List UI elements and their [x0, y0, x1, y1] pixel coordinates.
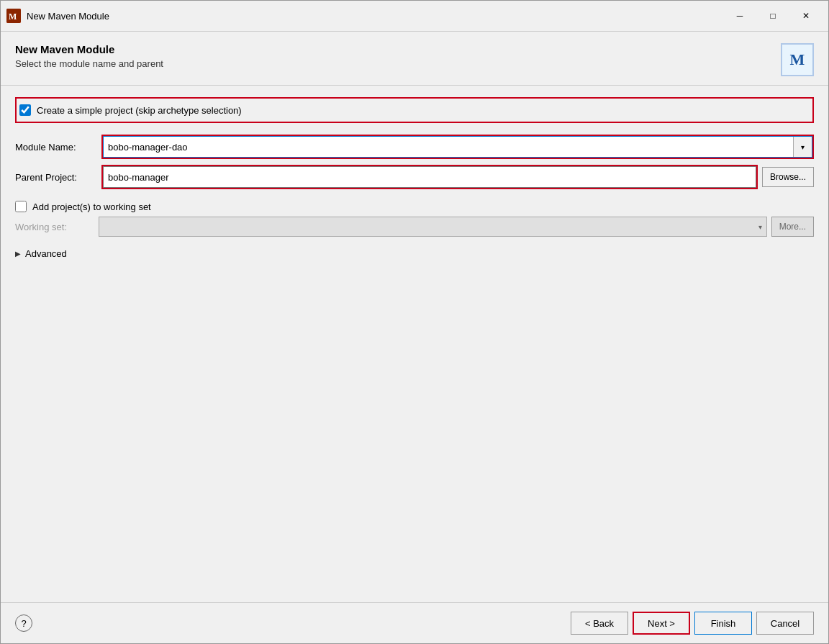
- dialog-header: New Maven Module Select the module name …: [1, 32, 828, 86]
- title-bar-buttons: ─ □ ✕: [723, 5, 823, 27]
- dialog-body: Create a simple project (skip archetype …: [1, 86, 828, 602]
- title-bar-icon: M: [6, 9, 21, 23]
- working-set-dropdown-arrow-icon: ▾: [758, 223, 762, 231]
- minimize-button[interactable]: ─: [723, 5, 756, 27]
- advanced-arrow-icon: ▶: [15, 250, 21, 258]
- module-name-label: Module Name:: [15, 142, 101, 153]
- working-set-label: Working set:: [15, 222, 94, 232]
- maximize-button[interactable]: □: [756, 5, 789, 27]
- dialog-header-text: New Maven Module Select the module name …: [15, 43, 163, 69]
- next-button[interactable]: Next >: [633, 612, 690, 635]
- parent-project-label: Parent Project:: [15, 172, 101, 183]
- help-button[interactable]: ?: [15, 614, 32, 632]
- working-set-dropdown: ▾: [99, 217, 767, 237]
- title-bar: M New Maven Module ─ □ ✕: [1, 1, 828, 32]
- create-simple-project-checkbox[interactable]: [19, 104, 31, 116]
- module-name-row: Module Name: ▾: [15, 135, 814, 159]
- parent-project-wrapper: [101, 165, 758, 189]
- footer-left: ?: [15, 614, 32, 632]
- dialog-content: New Maven Module Select the module name …: [1, 32, 828, 643]
- dialog-window: M New Maven Module ─ □ ✕ New Maven Modul…: [0, 0, 829, 644]
- module-name-wrapper: ▾: [101, 135, 814, 159]
- dialog-title: New Maven Module: [15, 43, 163, 55]
- parent-project-input-container: [103, 166, 756, 188]
- finish-button[interactable]: Finish: [694, 612, 752, 635]
- parent-project-row: Parent Project: Browse...: [15, 165, 814, 189]
- working-set-section: Add project(s) to working set Working se…: [15, 201, 814, 237]
- dialog-subtitle: Select the module name and parent: [15, 58, 163, 69]
- svg-text:M: M: [9, 12, 17, 22]
- close-button[interactable]: ✕: [789, 5, 823, 27]
- parent-project-input[interactable]: [104, 167, 756, 187]
- add-working-set-label[interactable]: Add project(s) to working set: [32, 201, 151, 212]
- module-name-input[interactable]: [104, 137, 793, 157]
- dialog-footer: ? < Back Next > Finish Cancel: [1, 602, 828, 643]
- advanced-label: Advanced: [25, 248, 67, 259]
- more-button: More...: [771, 217, 814, 237]
- maven-header-icon: M: [781, 43, 814, 76]
- title-bar-text: New Maven Module: [27, 11, 717, 22]
- working-set-row: Working set: ▾ More...: [15, 217, 814, 237]
- add-working-set-checkbox[interactable]: [15, 201, 27, 212]
- cancel-button[interactable]: Cancel: [756, 612, 814, 635]
- browse-button[interactable]: Browse...: [762, 167, 814, 187]
- add-working-set-row: Add project(s) to working set: [15, 201, 814, 212]
- module-name-input-container: ▾: [103, 136, 812, 158]
- create-simple-project-row: Create a simple project (skip archetype …: [15, 97, 814, 123]
- module-name-dropdown-button[interactable]: ▾: [793, 137, 812, 157]
- footer-buttons: < Back Next > Finish Cancel: [571, 612, 814, 635]
- back-button[interactable]: < Back: [571, 612, 628, 635]
- create-simple-project-label[interactable]: Create a simple project (skip archetype …: [37, 105, 242, 116]
- advanced-section[interactable]: ▶ Advanced: [15, 248, 814, 259]
- maven-app-icon: M: [6, 9, 21, 23]
